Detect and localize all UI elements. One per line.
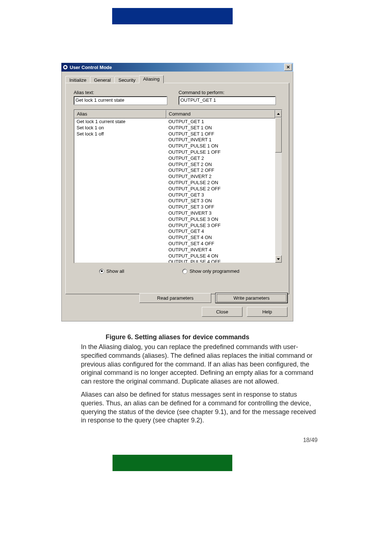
figure-caption: Figure 6. Setting aliases for device com… — [61, 333, 294, 342]
write-parameters-button[interactable]: Write parameters — [216, 293, 287, 303]
page-number: 18/49 — [303, 437, 318, 443]
header-bar — [112, 8, 233, 24]
app-icon — [62, 64, 68, 70]
vertical-scrollbar[interactable] — [275, 110, 282, 263]
radio-show-all-label: Show all — [106, 268, 124, 274]
window-title: User Control Mode — [70, 65, 112, 70]
scroll-up-button[interactable] — [275, 110, 282, 117]
user-control-mode-dialog: User Control Mode ✕ Initialize General S… — [61, 63, 293, 321]
alias-text-input[interactable]: Get lock 1 current state — [74, 96, 167, 105]
read-parameters-button[interactable]: Read parameters — [139, 293, 211, 303]
radio-dot-icon — [99, 269, 104, 274]
scroll-thumb[interactable] — [275, 117, 282, 153]
close-button[interactable]: Close — [202, 307, 242, 317]
scroll-down-button[interactable] — [275, 255, 282, 263]
command-label: Command to perform: — [179, 90, 282, 95]
chevron-down-icon — [277, 258, 280, 260]
alias-items[interactable]: Get lock 1 current state Set lock 1 on S… — [74, 118, 166, 137]
alias-command-list[interactable]: Alias Get lock 1 current state Set lock … — [74, 109, 282, 263]
command-input[interactable]: OUTPUT_GET 1 — [179, 96, 276, 105]
footer-bar — [113, 455, 232, 471]
tabstrip: Initialize General Security Aliasing — [65, 75, 289, 83]
radio-show-all[interactable]: Show all — [99, 268, 124, 274]
command-items[interactable]: OUTPUT_GET 1 OUTPUT_SET 1 ON OUTPUT_SET … — [166, 118, 275, 263]
help-button[interactable]: Help — [247, 307, 287, 317]
paragraph-1: In the Aliasing dialog, you can replace … — [81, 343, 317, 386]
alias-text-label: Alias text: — [74, 90, 179, 95]
scroll-track[interactable] — [275, 117, 282, 255]
svg-point-1 — [64, 66, 66, 68]
close-icon[interactable]: ✕ — [284, 64, 292, 71]
radio-show-programmed-label: Show only programmed — [189, 268, 239, 274]
titlebar[interactable]: User Control Mode ✕ — [61, 63, 293, 72]
column-header-alias[interactable]: Alias — [74, 110, 166, 118]
column-header-command[interactable]: Command — [166, 110, 275, 118]
radio-show-programmed[interactable]: Show only programmed — [182, 268, 239, 274]
tab-aliasing[interactable]: Aliasing — [139, 75, 164, 83]
paragraph-2: Aliases can also be defined for status m… — [81, 390, 317, 425]
tabpanel-aliasing: Alias text: Get lock 1 current state Com… — [65, 83, 289, 294]
radio-dot-icon — [182, 269, 187, 274]
chevron-up-icon — [277, 113, 280, 115]
